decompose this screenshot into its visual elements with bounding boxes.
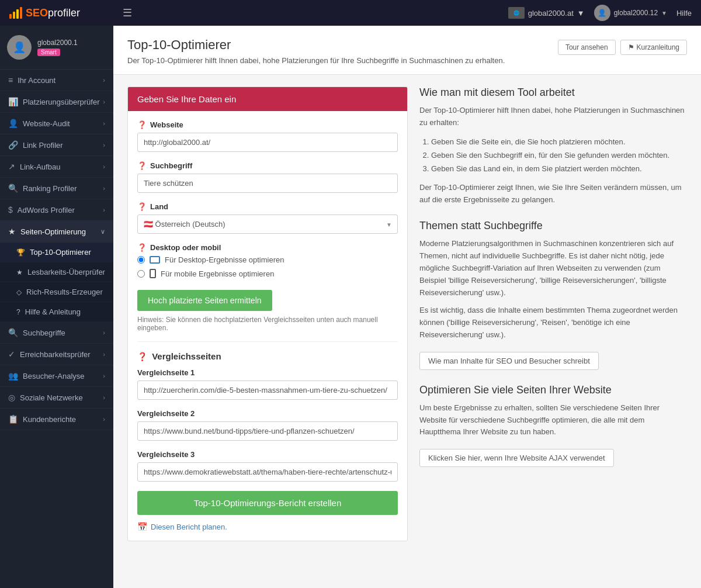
info-text-1: Der Top-10-Optimierer hilft Ihnen dabei,… bbox=[419, 105, 687, 129]
sidebar-item-label: Erreichbarkeitsprüfer bbox=[20, 350, 91, 359]
seiten-icon: ★ bbox=[8, 227, 16, 236]
sidebar-item-label: Besucher-Analyse bbox=[23, 372, 85, 381]
webseite-input[interactable] bbox=[137, 133, 398, 152]
webseite-help-icon[interactable]: ❓ bbox=[137, 120, 147, 129]
sidebar-sub-label: Hilfe & Anleitung bbox=[25, 307, 81, 316]
sidebar-item-seiten-optimierung[interactable]: ★ Seiten-Optimierung ∨ bbox=[0, 221, 113, 243]
platzierung-icon: 📊 bbox=[8, 97, 18, 106]
vergleich-help-icon[interactable]: ❓ bbox=[137, 352, 147, 361]
arrow-icon: › bbox=[103, 98, 105, 105]
desktop-icon bbox=[150, 256, 160, 264]
bericht-button[interactable]: Top-10-Optimierungs-Bericht erstellen bbox=[137, 491, 398, 515]
tour-button[interactable]: Tour ansehen bbox=[558, 40, 616, 55]
vergleich3-input[interactable] bbox=[137, 462, 398, 482]
linkaufbau-icon: ↗ bbox=[8, 162, 15, 171]
list-item: Geben Sie das Land ein, in dem Sie platz… bbox=[431, 162, 687, 175]
sidebar-item-rich-results[interactable]: ◇ Rich-Results-Erzeuger bbox=[0, 282, 113, 302]
help-link[interactable]: Hilfe bbox=[676, 9, 692, 18]
sidebar-item-adwords[interactable]: $ AdWords Profiler › bbox=[0, 199, 113, 221]
sidebar-item-label: Suchbegriffe bbox=[23, 328, 65, 337]
vergleich3-label: Vergleichseite 3 bbox=[137, 450, 398, 459]
sidebar-item-lesbarkeit[interactable]: ★ Lesbarkeits-Überprüfer bbox=[0, 262, 113, 282]
arrow-icon: › bbox=[103, 141, 105, 148]
ranking-icon: 🔍 bbox=[8, 184, 18, 193]
arrow-icon: › bbox=[103, 329, 105, 336]
arrow-icon: › bbox=[103, 163, 105, 170]
sidebar-item-top10[interactable]: 🏆 Top-10-Optimierer bbox=[0, 243, 113, 262]
arrow-icon: › bbox=[103, 77, 105, 84]
flag-icon: ⚑ bbox=[628, 43, 634, 51]
info-section-1: Wie man mit diesem Tool arbeitet Der Top… bbox=[419, 87, 687, 206]
sidebar-item-link-profiler[interactable]: 🔗 Link Profiler › bbox=[0, 134, 113, 156]
land-select-wrapper: 🇦🇹 Österreich (Deutsch) Deutschland (Deu… bbox=[137, 215, 398, 234]
sidebar-item-label: Soziale Netzwerke bbox=[20, 393, 83, 402]
vergleich1-input[interactable] bbox=[137, 381, 398, 400]
arrow-icon: ∨ bbox=[100, 228, 105, 236]
info-text-3: Um beste Ergebnisse zu erhalten, sollten… bbox=[419, 402, 687, 438]
guide-label: Kurzanleitung bbox=[637, 43, 679, 51]
sidebar-item-platzierung[interactable]: 📊 Platzierungsüberprüfer › bbox=[0, 91, 113, 113]
sidebar-item-suchbegriffe[interactable]: 🔍 Suchbegriffe › bbox=[0, 322, 113, 344]
site-dropdown-icon: ▼ bbox=[577, 9, 585, 18]
besucher-icon: 👥 bbox=[8, 371, 18, 381]
calendar-icon: 📅 bbox=[137, 522, 147, 531]
info-column: Wie man mit diesem Tool arbeitet Der Top… bbox=[419, 87, 687, 541]
suchbegriff-help-icon[interactable]: ❓ bbox=[137, 161, 147, 170]
logo-icon bbox=[9, 7, 22, 19]
topnav-right: 🌐 global2000.at ▼ 👤 global2000.12 ▼ Hilf… bbox=[508, 5, 692, 21]
desktop-radio-item[interactable]: Für Desktop-Ergebnisse optimieren bbox=[137, 255, 398, 264]
sidebar-item-soziale[interactable]: ◎ Soziale Netzwerke › bbox=[0, 387, 113, 409]
guide-button[interactable]: ⚑ Kurzanleitung bbox=[620, 40, 687, 55]
logo-text: SEOprofiler bbox=[26, 7, 80, 19]
suchbegriff-label: ❓ Suchbegriff bbox=[137, 161, 398, 170]
ajax-btn[interactable]: Klicken Sie hier, wenn Ihre Website AJAX… bbox=[419, 449, 614, 467]
land-select[interactable]: 🇦🇹 Österreich (Deutsch) Deutschland (Deu… bbox=[137, 215, 398, 234]
schedule-link[interactable]: 📅 Diesen Bericht planen. bbox=[137, 522, 398, 531]
mobile-icon bbox=[150, 269, 156, 278]
sidebar-item-label: Kundenberichte bbox=[23, 415, 76, 424]
topnav-username: global2000.12 bbox=[614, 9, 658, 17]
info-section-3: Optimieren Sie viele Seiten Ihrer Websit… bbox=[419, 384, 687, 467]
webseite-section: ❓ Webseite bbox=[137, 120, 398, 152]
info-section-2: Themen statt Suchbegriffe Moderne Platzi… bbox=[419, 220, 687, 369]
vergleich2-input[interactable] bbox=[137, 421, 398, 441]
sidebar-item-ihr-account[interactable]: ≡ Ihr Account › bbox=[0, 70, 113, 91]
vergleich2-section: Vergleichseite 2 bbox=[137, 409, 398, 441]
sidebar-item-label: Ranking Profiler bbox=[23, 184, 77, 193]
main-content: Top-10-Optimierer Der Top-10-Optimierer … bbox=[113, 26, 701, 588]
device-radio-group: Für Desktop-Ergebnisse optimieren Für mo… bbox=[137, 255, 398, 278]
sidebar-item-kunden[interactable]: 📋 Kundenberichte › bbox=[0, 409, 113, 430]
mobile-radio[interactable] bbox=[137, 270, 145, 278]
sidebar-item-hilfe[interactable]: ? Hilfe & Anleitung bbox=[0, 302, 113, 322]
kunden-icon: 📋 bbox=[8, 414, 18, 424]
suchbegriff-input[interactable] bbox=[137, 174, 398, 193]
topnav-user-dropdown: ▼ bbox=[661, 10, 667, 16]
topnav-user[interactable]: 👤 global2000.12 ▼ bbox=[594, 5, 667, 21]
form-card-header: Geben Sie Ihre Daten ein bbox=[128, 87, 407, 111]
sidebar-username: global2000.1 bbox=[37, 39, 106, 47]
logo[interactable]: SEOprofiler bbox=[9, 7, 123, 19]
hoch-button[interactable]: Hoch platzierte Seiten ermitteln bbox=[137, 290, 272, 311]
sidebar-item-link-aufbau[interactable]: ↗ Link-Aufbau › bbox=[0, 156, 113, 178]
desktop-radio[interactable] bbox=[137, 256, 145, 264]
content-btn[interactable]: Wie man Inhalte für SEO und Besucher sch… bbox=[419, 352, 599, 370]
site-thumbnail: 🌐 bbox=[508, 7, 525, 19]
sidebar-item-besucher[interactable]: 👥 Besucher-Analyse › bbox=[0, 365, 113, 387]
topnav-site[interactable]: 🌐 global2000.at ▼ bbox=[508, 7, 585, 19]
sidebar-item-website-audit[interactable]: 👤 Website-Audit › bbox=[0, 113, 113, 134]
device-help-icon[interactable]: ❓ bbox=[137, 243, 147, 252]
mobile-radio-item[interactable]: Für mobile Ergebnisse optimieren bbox=[137, 269, 398, 278]
info-text-2a: Moderne Platzierungsalgorithmen in Suchm… bbox=[419, 238, 687, 299]
info-text-2b: Es ist wichtig, dass die Inhalte einem b… bbox=[419, 305, 687, 341]
menu-icon[interactable]: ☰ bbox=[123, 6, 132, 19]
sidebar-sub-label: Rich-Results-Erzeuger bbox=[26, 288, 103, 296]
sidebar-item-label: Link-Aufbau bbox=[20, 162, 60, 171]
land-help-icon[interactable]: ❓ bbox=[137, 202, 147, 211]
sidebar-item-ranking[interactable]: 🔍 Ranking Profiler › bbox=[0, 178, 113, 199]
sidebar-user-info: global2000.1 Smart bbox=[37, 39, 106, 56]
list-item: Geben Sie die Seite ein, die Sie hoch pl… bbox=[431, 135, 687, 148]
sidebar-item-erreichbarkeit[interactable]: ✓ Erreichbarkeitsprüfer › bbox=[0, 344, 113, 365]
form-card-body: ❓ Webseite ❓ Suchbegriff bbox=[128, 111, 407, 541]
vergleich-section: ❓ Vergleichsseiten Vergleichseite 1 Verg… bbox=[137, 351, 398, 482]
sidebar-sub-label: Top-10-Optimierer bbox=[30, 248, 91, 257]
